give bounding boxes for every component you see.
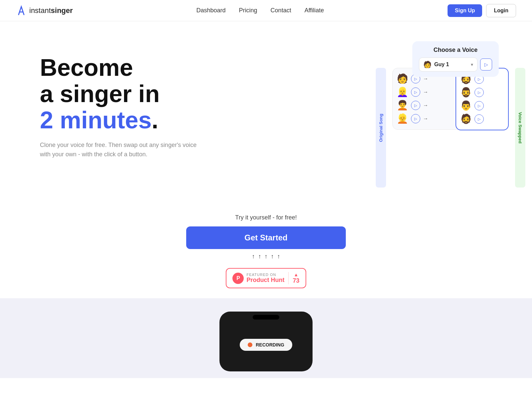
nav-pricing[interactable]: Pricing [239,7,257,14]
recording-dot [248,342,252,347]
arrow-icon-2: → [423,89,428,95]
hero-title-line2: a singer in [40,80,160,107]
arrow-up-1: ↑ [252,253,255,260]
voice-avatar-3: 🧑‍🦱 [397,101,408,110]
swapped-voice-table: 🧔 ▷ 🧔‍♂️ ▷ 👨 ▷ 🧔 ▷ [456,68,509,130]
hero-left: Become a singer in 2 minutes. Clone your… [40,41,200,159]
product-hunt-logo: P [232,273,244,284]
logo[interactable]: instantsinger [16,5,73,16]
play-swapped-3[interactable]: ▷ [474,101,484,110]
hero-subtitle: Clone your voice for free. Then swap out… [40,140,200,160]
swapped-avatar-3: 👨 [460,101,472,110]
hero-title-suffix: . [152,107,158,133]
hero-title: Become a singer in 2 minutes. [40,55,200,134]
hero-title-line1: Become [40,54,133,81]
logo-text: instantsinger [29,6,73,15]
ph-count: 73 [293,277,299,284]
ph-featured-text: FEATURED ON [246,273,284,277]
voice-avatar-4: 👱 [397,114,408,123]
voice-avatar-1: 🧑 [397,74,408,83]
arrow-up-3: ↑ [265,253,268,260]
get-started-button[interactable]: Get Started [186,226,346,249]
arrow-up-2: ↑ [258,253,261,260]
logo-instant: instant [29,6,51,15]
play-original-2[interactable]: ▷ [411,87,420,97]
voice-name: Guy 1 [434,62,468,67]
hero-section: Become a singer in 2 minutes. Clone your… [0,21,532,207]
arrow-icon-3: → [423,102,428,108]
nav-dashboard[interactable]: Dashboard [197,7,226,14]
voice-widget: Choose a Voice 🧑 Guy 1 ▾ ▷ Original Song… [392,41,505,181]
logo-singer: singer [51,6,73,15]
signup-button[interactable]: Sign Up [448,4,482,17]
original-song-label: Original Song [376,68,386,188]
hero-title-blue: 2 minutes [40,107,152,133]
nav-contact[interactable]: Contact [271,7,291,14]
logo-icon [16,5,27,16]
arrow-up-4: ↑ [271,253,274,260]
cta-section: Try it yourself - for free! Get Started … [0,207,532,298]
voice-emoji: 🧑 [423,61,432,68]
voice-selector[interactable]: 🧑 Guy 1 ▾ [419,58,477,71]
navbar: instantsinger Dashboard Pricing Contact … [0,0,532,21]
chevron-down-icon: ▾ [471,62,473,67]
ph-count-block: ▲ 73 [288,272,299,284]
swapped-voice-row: 🧔 ▷ [460,112,504,126]
login-button[interactable]: Login [486,4,516,17]
ph-triangle-icon: ▲ [294,272,299,277]
arrow-up-5: ↑ [277,253,280,260]
phone-mockup: RECORDING [219,312,313,371]
cta-arrows: ↑ ↑ ↑ ↑ ↑ [252,253,280,260]
recording-button[interactable]: RECORDING [240,339,292,351]
choose-voice-card: Choose a Voice 🧑 Guy 1 ▾ ▷ [412,41,499,77]
play-original-3[interactable]: ▷ [411,101,420,110]
product-hunt-badge[interactable]: P FEATURED ON Product Hunt ▲ 73 [226,268,306,288]
voice-swapped-label: Voice Swapped [515,68,525,188]
swapped-avatar-4: 🧔 [460,114,472,124]
arrow-icon-4: → [423,116,428,122]
nav-links: Dashboard Pricing Contact Affiliate [197,7,324,14]
swapped-voice-row: 👨 ▷ [460,99,504,112]
play-swapped-2[interactable]: ▷ [474,88,484,97]
play-swapped-4[interactable]: ▷ [474,114,484,124]
phone-notch [253,315,279,320]
play-original-4[interactable]: ▷ [411,114,420,123]
choose-voice-label: Choose a Voice [419,47,492,54]
recording-label: RECORDING [256,342,284,347]
swapped-avatar-2: 🧔‍♂️ [460,88,472,97]
nav-actions: Sign Up Login [448,4,516,17]
voice-avatar-2: 👱‍♀️ [397,87,408,97]
bottom-section: RECORDING [0,298,532,378]
voice-play-button[interactable]: ▷ [480,59,492,70]
cta-subtext: Try it yourself - for free! [235,214,297,221]
swapped-voice-row: 🧔‍♂️ ▷ [460,86,504,99]
ph-main-text: Product Hunt [246,277,284,284]
nav-affiliate[interactable]: Affiliate [305,7,324,14]
ph-text-block: FEATURED ON Product Hunt [246,273,284,284]
